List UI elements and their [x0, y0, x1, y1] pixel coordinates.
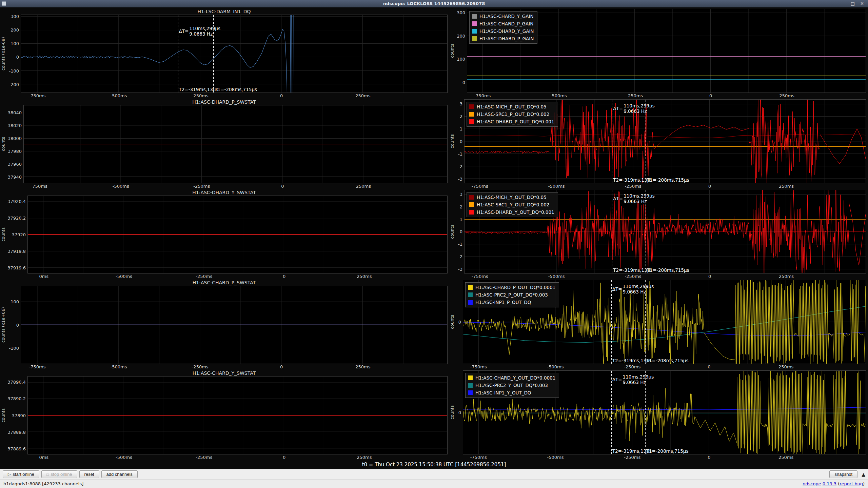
y-axis[interactable]: 3002001000: [455, 9, 467, 93]
plot-area[interactable]: H1:ASC-CHARD_Y_OUT_DQ*0.0001H1:ASC-PRC2_…: [463, 370, 866, 454]
x-tick-label: -500ms: [547, 455, 564, 460]
legend[interactable]: H1:ASC-CHARD_P_OUT_DQ*0.0001H1:ASC-PRC2_…: [465, 282, 559, 307]
y-axis[interactable]: 3210-1-2-3: [455, 190, 464, 274]
y-axis-label-text: counts: [450, 405, 455, 420]
x-tick-label: -750ms: [29, 93, 46, 98]
x-axis[interactable]: -750ms-500ms-250ms0250ms: [465, 183, 866, 189]
close-icon[interactable]: ✕: [860, 1, 864, 6]
minimize-icon[interactable]: –: [843, 1, 845, 6]
legend-swatch: [469, 195, 474, 200]
y-tick-label: 0: [458, 320, 461, 325]
y-axis[interactable]: 1000-100: [6, 286, 21, 364]
x-axis[interactable]: -750ms-500ms-250ms0250ms: [463, 364, 866, 370]
plot-canvas[interactable]: [21, 15, 447, 93]
x-tick-label: -250ms: [196, 455, 212, 460]
plot-area[interactable]: ΔT=110ms,299µs9.0663 HzT2=-319ms,13µsT1=…: [21, 15, 448, 93]
plot-canvas[interactable]: [21, 286, 447, 364]
y-axis[interactable]: 380403802038000379803796037940: [6, 105, 23, 183]
plot-area[interactable]: [23, 105, 448, 183]
plot-area[interactable]: H1:ASC-CHARD_Y_GAINH1:ASC-CHARD_P_GAINH1…: [467, 9, 866, 93]
legend-entry: H1:ASC-PRC2_P_OUT_DQ*0.003: [468, 292, 555, 298]
start-online-button[interactable]: ▷ start online: [3, 470, 39, 478]
y-axis-label-text: counts: [450, 225, 455, 239]
plot-body: counts37890.437890.23789037889.837889.6: [1, 376, 448, 454]
y-axis[interactable]: 0: [455, 280, 463, 364]
x-tick-label: -250ms: [196, 274, 212, 279]
y-tick-label: -3: [458, 267, 462, 272]
x-tick-label: 0: [280, 93, 283, 98]
snapshot-button[interactable]: snapshot: [829, 470, 857, 478]
window-title: ndscope: LOCKLOSS 1445269856.205078: [0, 1, 868, 6]
plot-area[interactable]: H1:ASC-MICH_Y_OUT_DQ*0.05H1:ASC-SRC1_Y_O…: [464, 190, 866, 274]
y-axis-label-text: counts: [450, 44, 455, 58]
x-tick-label: 250ms: [355, 93, 370, 98]
x-tick-label: -500ms: [113, 184, 129, 189]
ndscope-link[interactable]: ndscope: [803, 481, 821, 486]
x-axis[interactable]: 0ms-500ms-250ms0250ms: [28, 454, 448, 460]
y-tick-label: 37890: [12, 413, 26, 418]
y-tick-label: 37940: [8, 174, 22, 179]
delta-t-time: 110ms,299µs: [624, 193, 655, 199]
cursor-t2[interactable]: [611, 280, 612, 364]
y-axis[interactable]: 0: [455, 370, 463, 454]
reset-button[interactable]: reset: [79, 470, 99, 478]
x-axis[interactable]: -750ms-500ms-250ms0250ms: [467, 93, 866, 99]
x-axis[interactable]: -750ms-500ms-250ms0250ms: [463, 454, 866, 460]
cursor-t2[interactable]: [612, 190, 612, 273]
y-axis[interactable]: 37920.437920.23792037919.837919.6: [6, 196, 27, 274]
y-tick-label: 1: [460, 217, 462, 222]
x-axis[interactable]: -750ms-500ms-250ms0250ms: [465, 273, 866, 279]
plot-canvas[interactable]: [28, 377, 447, 454]
x-axis[interactable]: 750ms-500ms-250ms0250ms: [24, 183, 448, 189]
plot-area[interactable]: [27, 196, 448, 274]
title-bar[interactable]: ndscope: LOCKLOSS 1445269856.205078 – □ …: [0, 0, 868, 7]
x-axis[interactable]: 0ms-500ms-250ms0250ms: [28, 273, 448, 279]
version-link[interactable]: 0.19.3: [823, 481, 836, 486]
add-channels-button[interactable]: add channels: [101, 470, 138, 478]
y-axis-label-text: counts: [450, 134, 455, 148]
y-tick-label: -100: [9, 68, 19, 73]
plot-canvas[interactable]: [28, 196, 447, 273]
x-tick-label: -500ms: [547, 364, 564, 369]
plot-title: H1:ASC-CHARD_P_SWSTAT: [1, 280, 448, 286]
plot-area[interactable]: [27, 376, 448, 454]
y-axis[interactable]: 37890.437890.23789037889.837889.6: [6, 376, 27, 454]
y-axis-label: counts: [450, 9, 455, 93]
report-bug-link[interactable]: report bug: [840, 481, 863, 486]
y-tick-label: 0: [460, 229, 462, 234]
cursor-t2[interactable]: [611, 371, 612, 454]
x-tick-label: 0: [708, 364, 710, 369]
x-tick-label: -500ms: [548, 184, 565, 189]
plot-canvas[interactable]: [24, 105, 447, 183]
y-tick-label: 37889.8: [7, 429, 26, 434]
cursor-t2[interactable]: [178, 15, 178, 93]
stop-online-button[interactable]: □ stop online: [41, 470, 77, 478]
y-tick-label: 1: [460, 126, 462, 131]
legend[interactable]: H1:ASC-CHARD_Y_OUT_DQ*0.0001H1:ASC-PRC2_…: [465, 373, 559, 398]
plot-R5: counts0H1:ASC-CHARD_Y_OUT_DQ*0.0001H1:AS…: [450, 370, 866, 460]
x-axis[interactable]: -750ms-500ms-250ms0250ms: [21, 93, 448, 99]
plot-area[interactable]: H1:ASC-MICH_P_OUT_DQ*0.05H1:ASC-SRC1_P_O…: [464, 99, 866, 183]
legend-channel-label: H1:ASC-DHARD_P_GAIN: [479, 36, 534, 41]
legend[interactable]: H1:ASC-CHARD_Y_GAINH1:ASC-CHARD_P_GAINH1…: [469, 11, 537, 44]
maximize-icon[interactable]: □: [851, 1, 855, 6]
y-tick-label: 3: [460, 101, 462, 106]
expander-triangle-icon[interactable]: ▲: [862, 472, 865, 477]
left-plot-column: H1:LSC-DARM_IN1_DQcounts (x1e-09)3002001…: [1, 8, 448, 460]
x-tick-label: 0: [708, 274, 711, 279]
delta-t-annotation: ΔT=110ms,299µs9.0663 Hz: [613, 103, 654, 114]
legend[interactable]: H1:ASC-MICH_P_OUT_DQ*0.05H1:ASC-SRC1_P_O…: [467, 102, 558, 127]
y-tick-label: 2: [460, 114, 462, 119]
plot-area[interactable]: H1:ASC-CHARD_P_OUT_DQ*0.0001H1:ASC-PRC2_…: [463, 280, 866, 364]
legend-channel-label: H1:ASC-DHARD_Y_OUT_DQ*0.001: [477, 209, 554, 215]
plot-area[interactable]: [21, 286, 448, 364]
y-axis[interactable]: 3210-1-2-3: [455, 99, 464, 183]
x-tick-label: 750ms: [33, 184, 47, 189]
x-tick-label: 250ms: [355, 364, 370, 369]
x-axis[interactable]: -750ms-500ms-250ms0250ms: [21, 364, 448, 370]
legend[interactable]: H1:ASC-MICH_Y_OUT_DQ*0.05H1:ASC-SRC1_Y_O…: [467, 192, 558, 217]
y-tick-label: 100: [11, 299, 19, 304]
y-axis[interactable]: 3002001000-100-200: [6, 15, 21, 93]
y-tick-label: 100: [457, 57, 465, 62]
cursor-t2[interactable]: [612, 100, 612, 183]
